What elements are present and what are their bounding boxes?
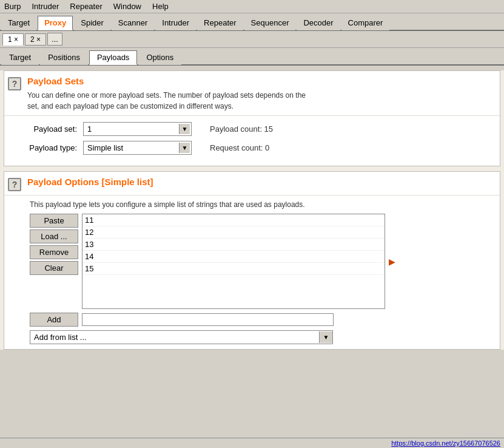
sub-tab-payloads[interactable]: Payloads (89, 50, 137, 65)
add-input[interactable] (82, 313, 334, 326)
payload-sets-title-block: Payload Sets You can define one or more … (27, 76, 494, 112)
clear-button[interactable]: Clear (30, 261, 78, 275)
menu-burp[interactable]: Burp (2, 1, 22, 12)
payload-type-arrow[interactable]: ▼ (179, 143, 190, 153)
menu-bar: Burp Intruder Repeater Window Help (0, 0, 504, 13)
payload-count-info: Payload count: 15 (210, 124, 273, 134)
paste-button[interactable]: Paste (30, 214, 78, 228)
sub-tab-positions[interactable]: Positions (40, 50, 88, 65)
payload-sets-desc-line1: You can define one or more payload sets.… (27, 90, 494, 101)
payload-type-select[interactable]: Simple list ▼ (83, 141, 192, 155)
payload-list[interactable]: 11 12 13 14 15 (82, 214, 385, 308)
payload-list-wrapper: 11 12 13 14 15 ▶ (82, 214, 385, 309)
add-from-list-row: Add from list ... ▼ (10, 330, 494, 344)
tab-target[interactable]: Target (1, 16, 36, 30)
load-button[interactable]: Load ... (30, 229, 78, 243)
payload-sets-desc-line2: set, and each payload type can be custom… (27, 101, 494, 112)
tab-sequencer[interactable]: Sequencer (244, 16, 296, 30)
payload-sets-title: Payload Sets (27, 76, 494, 86)
payload-sets-section: ? Payload Sets You can define one or mor… (4, 70, 500, 166)
add-from-list-label: Add from list ... (30, 331, 319, 344)
payload-options-title-block: Payload Options [Simple list] (27, 177, 494, 191)
payload-set-arrow[interactable]: ▼ (179, 124, 190, 134)
tab-comparer[interactable]: Comparer (341, 16, 390, 30)
scroll-arrow-icon: ▶ (389, 257, 395, 266)
tab-decoder[interactable]: Decoder (297, 16, 340, 30)
payload-sets-help-icon[interactable]: ? (8, 77, 21, 90)
list-item[interactable]: 13 (82, 239, 385, 251)
sub-tab-bar: Target Positions Payloads Options (0, 48, 504, 66)
menu-help[interactable]: Help (150, 1, 170, 12)
payload-options-section: ? Payload Options [Simple list] This pay… (4, 171, 500, 350)
tab-repeater[interactable]: Repeater (197, 16, 243, 30)
add-from-list-arrow[interactable]: ▼ (319, 331, 332, 343)
payload-sets-form: Payload set: 1 ▼ Payload count: 15 Paylo… (4, 116, 500, 166)
menu-repeater[interactable]: Repeater (68, 1, 104, 12)
payload-options-header: ? Payload Options [Simple list] (4, 172, 500, 195)
list-container: Paste Load ... Remove Clear 11 12 13 14 … (10, 214, 494, 309)
payload-list-area: This payload type lets you configure a s… (4, 195, 500, 349)
num-tab-bar: 1 × 2 × ... (0, 31, 504, 48)
payload-set-select[interactable]: 1 ▼ (83, 122, 192, 136)
payload-options-title: Payload Options [Simple list] (27, 177, 494, 187)
content-area: ? Payload Sets You can define one or mor… (0, 70, 504, 350)
payload-options-help-icon[interactable]: ? (8, 178, 21, 191)
num-tab-1[interactable]: 1 × (2, 33, 24, 46)
tab-spider[interactable]: Spider (74, 16, 110, 30)
add-button[interactable]: Add (30, 313, 78, 327)
tab-intruder[interactable]: Intruder (155, 16, 196, 30)
payload-set-row: Payload set: 1 ▼ Payload count: 15 (22, 122, 494, 136)
payload-set-label: Payload set: (22, 124, 77, 134)
top-tab-bar: Target Proxy Spider Scanner Intruder Rep… (0, 13, 504, 31)
menu-window[interactable]: Window (112, 1, 143, 12)
tab-scanner[interactable]: Scanner (112, 16, 154, 30)
payload-type-label: Payload type: (22, 143, 77, 152)
request-count-info: Request count: 0 (210, 143, 269, 152)
list-item[interactable]: 15 (82, 263, 385, 275)
remove-button[interactable]: Remove (30, 245, 78, 259)
list-item[interactable]: 11 (82, 214, 385, 226)
list-item[interactable]: 14 (82, 251, 385, 263)
sub-tab-target[interactable]: Target (1, 50, 39, 65)
add-row: Add (10, 313, 494, 327)
tab-proxy[interactable]: Proxy (38, 16, 73, 30)
num-tab-more[interactable]: ... (47, 33, 62, 46)
add-from-list-select[interactable]: Add from list ... ▼ (30, 330, 333, 344)
payload-set-value: 1 (85, 124, 179, 134)
list-buttons: Paste Load ... Remove Clear (30, 214, 78, 309)
menu-intruder[interactable]: Intruder (30, 1, 61, 12)
num-tab-2[interactable]: 2 × (25, 33, 46, 46)
payload-type-row: Payload type: Simple list ▼ Request coun… (22, 141, 494, 155)
payload-list-desc: This payload type lets you configure a s… (10, 200, 494, 209)
status-bar[interactable]: https://blog.csdn.net/zy15667076526 (0, 438, 504, 448)
payload-sets-header: ? Payload Sets You can define one or mor… (4, 71, 500, 116)
list-item[interactable]: 12 (82, 226, 385, 239)
sub-tab-options[interactable]: Options (138, 50, 181, 65)
payload-type-value: Simple list (85, 143, 179, 153)
